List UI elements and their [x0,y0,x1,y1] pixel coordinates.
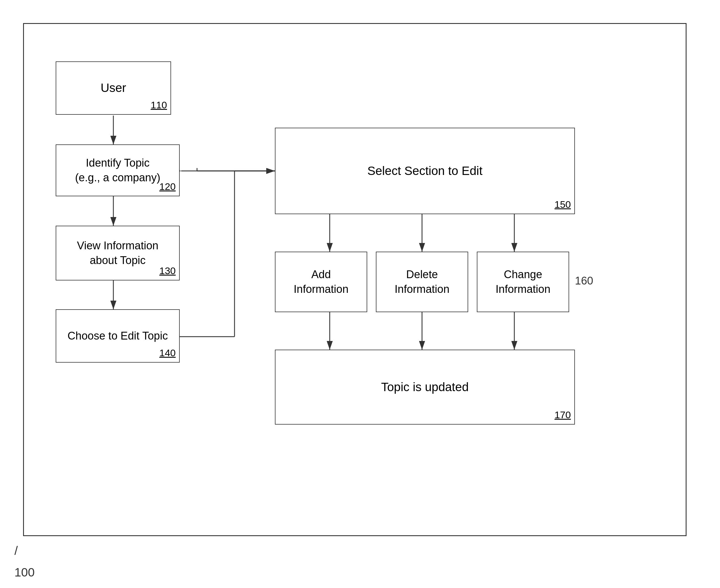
choose-label: Choose to Edit Topic [67,329,168,343]
delete-label: Delete Information [395,267,449,297]
change-box: Change Information [477,252,569,312]
diagram-border: User 110 Identify Topic (e.g., a company… [23,23,686,536]
select-label: Select Section to Edit [367,163,482,179]
choose-ref: 140 [159,346,176,360]
figure-number: 100 [15,566,35,579]
choose-box: Choose to Edit Topic 140 [56,309,180,363]
identify-ref: 120 [159,180,176,193]
user-box: User 110 [56,61,171,115]
updated-label: Topic is updated [381,379,469,396]
view-label: View Information about Topic [77,238,158,268]
delete-box: Delete Information [376,252,468,312]
add-box: Add Information [275,252,367,312]
updated-ref: 170 [555,408,571,422]
user-ref: 110 [151,99,167,112]
identify-box: Identify Topic (e.g., a company) 120 [56,144,180,196]
change-label: Change Information [496,267,551,297]
user-label: User [101,80,126,96]
updated-box: Topic is updated 170 [275,350,575,424]
add-label: Add Information [294,267,348,297]
figure-slash: / [15,544,18,558]
identify-label: Identify Topic (e.g., a company) [75,156,160,185]
group-label-160: 160 [575,275,593,287]
select-ref: 150 [555,198,571,211]
view-box: View Information about Topic 130 [56,226,180,280]
select-box: Select Section to Edit 150 [275,128,575,214]
view-ref: 130 [159,264,176,277]
